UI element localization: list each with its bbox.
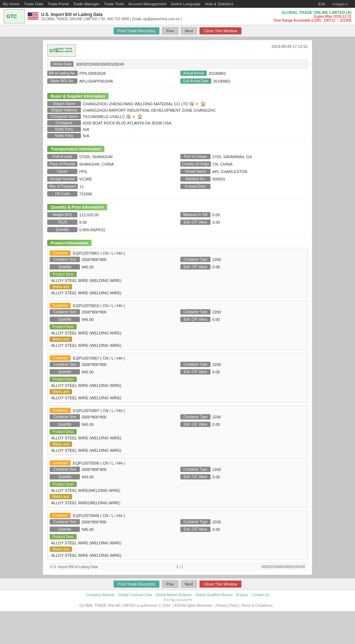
port-of-load-value: 57035, SHANGHAI [79,155,113,159]
container-4-cif-label: Estl. CIF Value [180,422,211,427]
container-6-desc-label: Product Desc [50,534,77,539]
top-action-bar: Print Trade Record(s) Prev Next Close Th… [0,25,355,37]
port-of-load-field: Port of Load 57035, SHANGHAI [47,154,175,159]
container-1-marks-value: ALLOY STEEL WIRE (WELDING WIRE) [50,291,305,295]
container-1-badge: Container [50,250,71,256]
logo-area: GTC U.S. Import Bill of Lading Data GLOB… [4,9,182,23]
footer-link-buyers[interactable]: Global Qualified Buyers [195,593,233,597]
container-6-value: EQPU2070949 ( CN / L / HH ) [73,513,125,518]
nav-trade-portal[interactable]: Trade Portal [48,2,69,6]
container-1-type-value: 2200 [212,257,221,262]
buyer-supplier-header: Buyer & Supplier Information [47,93,109,99]
footer-left: U.S. Import Bill of Lading Data [50,565,98,569]
footer-link-contact[interactable]: Contact Us [252,593,269,597]
consignee-field: Consignee 6205 BOAT ROCK BLVD ATLANTA GA… [47,120,308,126]
prev-button-bottom[interactable]: Prev [162,581,178,588]
container-5-marks-label: Marks and [50,494,72,499]
container-2-size-type: Container Size 2000*806*800 Container Ty… [50,309,305,316]
nav-trade-manager[interactable]: Trade Manager [73,2,100,6]
container-2-id-row: Container EQPU2070810 ( CN / L / HH ) [50,303,305,308]
search-icon-consignee[interactable]: 🔍 [126,114,131,119]
container-5-cif-label: Estl. CIF Value [180,474,211,479]
port-row: Port of Load 57035, SHANGHAI Port of Unl… [47,154,308,160]
vessel-name-field: Vessel Name APL CHARLESTON [180,169,308,174]
container-1-marks-area: Marks and [50,284,305,290]
way-of-transport-label: Way of Transport [47,184,78,189]
container-2-marks-label: Marks and [50,337,72,342]
container-5-size-value: 2000*806*800 [82,467,106,472]
nav-trade-tools[interactable]: Trade Tools [104,2,124,6]
place-of-receipt-label: Place of Receipt [47,161,77,167]
nav-help-statistics[interactable]: Help & Statistics [205,2,233,6]
quantity-field: Quantity 5,669.00(PKG) [47,227,308,232]
star-icon-shipper[interactable]: ★ [195,101,200,106]
footer-link-company[interactable]: Company Website [86,593,115,597]
star-icon-consignee[interactable]: ★ [132,114,137,119]
user-name: maggie.y [332,2,348,6]
footer-link-enquiry[interactable]: Enquiry [236,593,248,597]
country-of-origin-value: CN, CHINA [213,162,233,166]
container-2-badge: Container [50,303,71,308]
company-line: GLOBAL TRADE ONLINE LIMITED ( Tel: 400-7… [41,17,182,21]
next-button-bottom[interactable]: Next [181,581,197,588]
container-6-cif-value: 0.00 [212,527,220,532]
esti-arrival-label: Esti Arrival Date [180,78,211,84]
container-3-size-label: Container Size [50,362,80,367]
print-button-top[interactable]: Print Trade Record(s) [114,27,159,34]
container-6: Container EQPU2070949 ( CN / L / HH ) Co… [47,510,308,560]
footer-link-market[interactable]: Global Market Analysis [155,593,192,597]
container-3-badge: Container [50,355,71,361]
home-icon-consignee[interactable]: 🏠 [137,114,142,119]
container-6-size-value: 2000*806*800 [82,520,106,524]
container-6-qty-value: 945.00 [82,527,94,532]
container-6-desc-value: ALLOY STEEL WIRE (WELDING WIRE) [50,541,305,545]
container-4-desc-value: ALLOY STEEL WIRE (WELDING WIRE) [50,436,305,440]
way-of-transport-field: Way of Transport 11 [47,184,175,189]
nav-exit[interactable]: Exit [318,2,325,6]
container-6-qty-label: Quantity [50,527,80,532]
esti-arrival-value: 20190802 [213,79,230,83]
bill-of-lading-value: PPILS8063628 [80,71,106,76]
container-4-type-value: 2200 [212,415,221,419]
vessel-name-value: APL CHARLESTON [212,170,247,174]
shipper-address-label: Shipper Address [47,107,81,113]
consignee-name-field: Consignee Name TECHNIWELD USALLC 🔍 ★ 🏠 [47,114,308,119]
global-data-label: Global Data [50,61,73,67]
content-logo: GTC GLOBAL TRADE ONLINE LIMITED [47,44,76,57]
home-icon-shipper[interactable]: 🏠 [201,101,206,106]
port-of-unload-field: Port of Unload 1703, SAVANNAH, GA [180,154,308,159]
container-1: Container EQPU2070661 ( CN / L / HH ) Co… [47,248,308,298]
nav-account-management[interactable]: Account Management [129,2,166,6]
container-4-marks-label: Marks and [50,442,72,447]
print-button-bottom[interactable]: Print Trade Record(s) [114,581,159,588]
container-4-cif-value: 0.00 [212,422,220,427]
close-button-top[interactable]: Close This Window [200,27,241,34]
close-button-bottom[interactable]: Close This Window [200,581,241,588]
container-5-value: EQPU2070506 ( CN / L / HH ) [73,461,125,465]
container-2-qty-value: 945.00 [82,317,94,322]
company-info: U.S. Import Bill of Lading Data GLOBAL T… [41,12,182,21]
measure-field: Measure in CM 0.00 [180,212,308,217]
measure-label: Measure in CM [180,212,211,217]
nav-my-home[interactable]: My Home [3,2,20,6]
footer-link-customs[interactable]: Global Customs Data [118,593,152,597]
notify-party-value-2: N/A [83,134,89,138]
next-button-top[interactable]: Next [181,27,197,34]
prev-button-top[interactable]: Prev [162,27,178,34]
container-2-cif-value: 0.00 [212,317,220,322]
container-1-type-field: Container Type 2200 [180,257,305,262]
port-of-unload-value: 1703, SAVANNAH, GA [212,155,252,159]
manifest-no-value: 000001 [212,177,225,181]
nav-trade-data[interactable]: Trade Data [24,2,43,6]
global-data-row: Global Data 600320190803000010924​0 [47,60,308,68]
container-1-qty-label: Quantity [50,264,80,270]
notify-party-field-1: Notify Party N/A [47,127,308,132]
search-icon-shipper[interactable]: 🔍 [189,101,194,106]
container-1-cif-value: 0.00 [212,265,220,269]
voyage-number-label: Voyage Number [47,176,77,182]
weight-label: Weight (KG) [47,212,77,217]
manifest-no-label: Manifest No. [180,176,211,182]
notify-party-label-2: Notify Party [47,133,81,138]
nav-switch-language[interactable]: Switch Language [171,2,201,6]
hs-code-value: 722990 [79,192,92,196]
